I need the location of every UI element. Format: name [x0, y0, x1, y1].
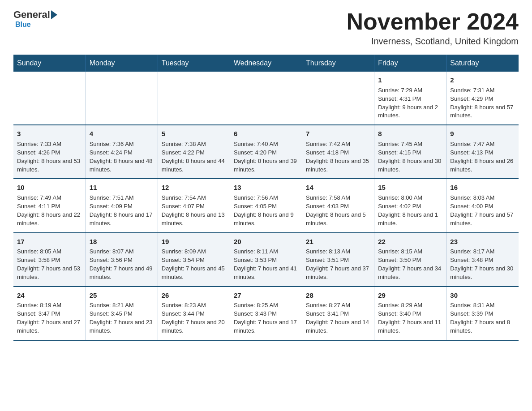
calendar-cell: 13Sunrise: 7:56 AMSunset: 4:05 PMDayligh… — [230, 179, 302, 232]
header-friday: Friday — [374, 55, 446, 72]
day-info: Sunrise: 7:54 AMSunset: 4:07 PMDaylight:… — [162, 194, 225, 227]
calendar-cell: 19Sunrise: 8:09 AMSunset: 3:54 PMDayligh… — [158, 233, 230, 287]
day-number: 3 — [17, 129, 82, 139]
calendar-cell — [302, 72, 374, 125]
calendar-cell: 26Sunrise: 8:23 AMSunset: 3:44 PMDayligh… — [158, 287, 230, 340]
day-info: Sunrise: 8:23 AMSunset: 3:44 PMDaylight:… — [162, 302, 225, 334]
calendar-row-week-3: 10Sunrise: 7:49 AMSunset: 4:11 PMDayligh… — [13, 179, 519, 232]
day-number: 14 — [306, 183, 370, 193]
day-info: Sunrise: 7:33 AMSunset: 4:26 PMDaylight:… — [17, 141, 80, 173]
day-info: Sunrise: 8:15 AMSunset: 3:50 PMDaylight:… — [378, 248, 441, 280]
calendar-row-week-2: 3Sunrise: 7:33 AMSunset: 4:26 PMDaylight… — [13, 125, 519, 179]
calendar-cell: 23Sunrise: 8:17 AMSunset: 3:48 PMDayligh… — [446, 233, 519, 287]
calendar-header-row: SundayMondayTuesdayWednesdayThursdayFrid… — [13, 55, 519, 72]
day-info: Sunrise: 8:13 AMSunset: 3:51 PMDaylight:… — [306, 248, 369, 280]
day-number: 10 — [17, 183, 82, 193]
day-number: 7 — [306, 129, 370, 139]
day-number: 30 — [450, 291, 515, 300]
day-info: Sunrise: 7:58 AMSunset: 4:03 PMDaylight:… — [306, 194, 366, 227]
day-number: 26 — [162, 291, 226, 300]
day-number: 19 — [162, 237, 226, 247]
day-number: 2 — [450, 75, 515, 85]
day-info: Sunrise: 8:17 AMSunset: 3:48 PMDaylight:… — [450, 248, 513, 280]
day-info: Sunrise: 7:42 AMSunset: 4:18 PMDaylight:… — [306, 141, 369, 173]
day-info: Sunrise: 7:29 AMSunset: 4:31 PMDaylight:… — [378, 87, 438, 119]
day-info: Sunrise: 8:29 AMSunset: 3:40 PMDaylight:… — [378, 302, 441, 334]
calendar-cell: 25Sunrise: 8:21 AMSunset: 3:45 PMDayligh… — [86, 287, 158, 340]
calendar-cell: 2Sunrise: 7:31 AMSunset: 4:29 PMDaylight… — [446, 72, 519, 125]
header-tuesday: Tuesday — [158, 55, 230, 72]
day-info: Sunrise: 8:11 AMSunset: 3:53 PMDaylight:… — [234, 248, 297, 280]
day-number: 21 — [306, 237, 370, 247]
day-number: 27 — [234, 291, 298, 300]
day-number: 22 — [378, 237, 442, 247]
day-number: 16 — [450, 183, 515, 193]
calendar-cell — [230, 72, 302, 125]
calendar-cell — [158, 72, 230, 125]
calendar-cell: 11Sunrise: 7:51 AMSunset: 4:09 PMDayligh… — [86, 179, 158, 232]
page-header: General Blue November 2024 Inverness, Sc… — [13, 9, 519, 47]
day-number: 23 — [450, 237, 515, 247]
day-number: 4 — [90, 129, 154, 139]
calendar-row-week-5: 24Sunrise: 8:19 AMSunset: 3:47 PMDayligh… — [13, 287, 519, 340]
day-number: 11 — [90, 183, 154, 193]
calendar-cell: 14Sunrise: 7:58 AMSunset: 4:03 PMDayligh… — [302, 179, 374, 232]
logo-general-text: General — [13, 9, 50, 21]
title-block: November 2024 Inverness, Scotland, Unite… — [347, 9, 519, 47]
calendar-cell: 24Sunrise: 8:19 AMSunset: 3:47 PMDayligh… — [13, 287, 86, 340]
calendar-cell: 6Sunrise: 7:40 AMSunset: 4:20 PMDaylight… — [230, 125, 302, 179]
calendar-cell: 18Sunrise: 8:07 AMSunset: 3:56 PMDayligh… — [86, 233, 158, 287]
day-number: 29 — [378, 291, 442, 300]
day-info: Sunrise: 8:25 AMSunset: 3:43 PMDaylight:… — [234, 302, 297, 334]
calendar-cell: 5Sunrise: 7:38 AMSunset: 4:22 PMDaylight… — [158, 125, 230, 179]
calendar-cell: 3Sunrise: 7:33 AMSunset: 4:26 PMDaylight… — [13, 125, 86, 179]
day-number: 8 — [378, 129, 442, 139]
day-number: 6 — [234, 129, 298, 139]
day-number: 17 — [17, 237, 82, 247]
calendar-table: SundayMondayTuesdayWednesdayThursdayFrid… — [13, 55, 519, 341]
day-number: 15 — [378, 183, 442, 193]
day-info: Sunrise: 8:21 AMSunset: 3:45 PMDaylight:… — [90, 302, 153, 334]
day-info: Sunrise: 8:09 AMSunset: 3:54 PMDaylight:… — [162, 248, 225, 280]
logo-blue-text: Blue — [15, 21, 31, 28]
day-number: 5 — [162, 129, 226, 139]
calendar-cell — [13, 72, 86, 125]
day-info: Sunrise: 7:51 AMSunset: 4:09 PMDaylight:… — [90, 194, 153, 227]
calendar-cell: 16Sunrise: 8:03 AMSunset: 4:00 PMDayligh… — [446, 179, 519, 232]
day-number: 20 — [234, 237, 298, 247]
subtitle: Inverness, Scotland, United Kingdom — [347, 36, 519, 47]
day-info: Sunrise: 8:27 AMSunset: 3:41 PMDaylight:… — [306, 302, 369, 334]
day-info: Sunrise: 8:03 AMSunset: 4:00 PMDaylight:… — [450, 194, 513, 227]
header-monday: Monday — [86, 55, 158, 72]
calendar-cell: 12Sunrise: 7:54 AMSunset: 4:07 PMDayligh… — [158, 179, 230, 232]
calendar-cell: 15Sunrise: 8:00 AMSunset: 4:02 PMDayligh… — [374, 179, 446, 232]
day-info: Sunrise: 8:07 AMSunset: 3:56 PMDaylight:… — [90, 248, 153, 280]
calendar-cell: 7Sunrise: 7:42 AMSunset: 4:18 PMDaylight… — [302, 125, 374, 179]
calendar-cell: 17Sunrise: 8:05 AMSunset: 3:58 PMDayligh… — [13, 233, 86, 287]
calendar-cell: 9Sunrise: 7:47 AMSunset: 4:13 PMDaylight… — [446, 125, 519, 179]
logo-triangle-icon — [51, 10, 57, 19]
day-number: 13 — [234, 183, 298, 193]
day-info: Sunrise: 8:05 AMSunset: 3:58 PMDaylight:… — [17, 248, 80, 280]
day-number: 9 — [450, 129, 515, 139]
calendar-cell — [86, 72, 158, 125]
day-number: 28 — [306, 291, 370, 300]
calendar-cell: 27Sunrise: 8:25 AMSunset: 3:43 PMDayligh… — [230, 287, 302, 340]
calendar-cell: 30Sunrise: 8:31 AMSunset: 3:39 PMDayligh… — [446, 287, 519, 340]
calendar-row-week-4: 17Sunrise: 8:05 AMSunset: 3:58 PMDayligh… — [13, 233, 519, 287]
day-number: 1 — [378, 75, 442, 85]
calendar-cell: 21Sunrise: 8:13 AMSunset: 3:51 PMDayligh… — [302, 233, 374, 287]
calendar-row-week-1: 1Sunrise: 7:29 AMSunset: 4:31 PMDaylight… — [13, 72, 519, 125]
calendar-cell: 28Sunrise: 8:27 AMSunset: 3:41 PMDayligh… — [302, 287, 374, 340]
day-number: 18 — [90, 237, 154, 247]
header-wednesday: Wednesday — [230, 55, 302, 72]
day-info: Sunrise: 8:31 AMSunset: 3:39 PMDaylight:… — [450, 302, 510, 334]
calendar-cell: 10Sunrise: 7:49 AMSunset: 4:11 PMDayligh… — [13, 179, 86, 232]
calendar-cell: 22Sunrise: 8:15 AMSunset: 3:50 PMDayligh… — [374, 233, 446, 287]
calendar-cell: 1Sunrise: 7:29 AMSunset: 4:31 PMDaylight… — [374, 72, 446, 125]
day-info: Sunrise: 7:47 AMSunset: 4:13 PMDaylight:… — [450, 141, 513, 173]
header-saturday: Saturday — [446, 55, 519, 72]
day-number: 25 — [90, 291, 154, 300]
calendar-cell: 20Sunrise: 8:11 AMSunset: 3:53 PMDayligh… — [230, 233, 302, 287]
day-number: 24 — [17, 291, 82, 300]
